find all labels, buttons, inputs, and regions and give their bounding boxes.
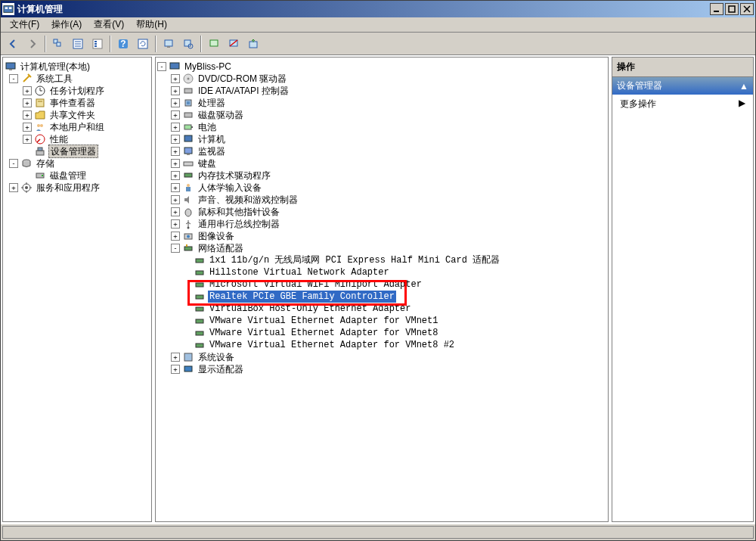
svg-rect-53 (184, 162, 193, 166)
collapse-icon[interactable]: - (9, 74, 18, 83)
dev-net6[interactable]: VMware Virtual Ethernet Adapter for VMne… (157, 315, 606, 327)
tree-performance[interactable]: +性能 (5, 133, 150, 145)
svg-rect-26 (6, 63, 15, 69)
dev-net8[interactable]: VMware Virtual Ethernet Adapter for VMne… (157, 339, 606, 351)
dev-net1[interactable]: 1x1 11b/g/n 无线局域网 PCI Express Half Mini … (157, 254, 606, 266)
enable-button[interactable] (205, 35, 223, 53)
dev-mouse[interactable]: +鼠标和其他指针设备 (157, 206, 606, 218)
more-actions-item[interactable]: 更多操作 ▶ (612, 95, 753, 113)
collapse-icon[interactable]: - (157, 62, 166, 71)
expand-icon[interactable]: + (171, 123, 180, 132)
expand-icon[interactable]: + (171, 183, 180, 192)
collapse-icon[interactable]: - (171, 244, 180, 253)
expand-icon[interactable]: + (171, 219, 180, 229)
dev-imaging[interactable]: +图像设备 (157, 230, 606, 242)
up-button[interactable] (49, 35, 67, 53)
dev-usb[interactable]: +通用串行总线控制器 (157, 218, 606, 230)
device-icon (34, 145, 46, 157)
expand-icon[interactable]: + (171, 147, 180, 156)
svg-point-58 (187, 227, 190, 229)
monitor-icon (182, 145, 194, 157)
refresh-button[interactable] (134, 35, 152, 53)
dev-dvd[interactable]: +DVD/CD-ROM 驱动器 (157, 73, 606, 85)
nic-icon (194, 254, 206, 266)
tree-diskmgmt[interactable]: 磁盘管理 (5, 169, 150, 182)
svg-rect-41 (170, 63, 179, 69)
dev-hid[interactable]: +人体学输入设备 (157, 182, 606, 194)
tree-localusers[interactable]: +本地用户和组 (5, 121, 150, 133)
menu-action[interactable]: 操作(A) (45, 17, 88, 33)
device-button[interactable] (160, 35, 178, 53)
expand-icon[interactable]: + (171, 171, 180, 180)
scan-button[interactable] (179, 35, 197, 53)
device-tree-pane[interactable]: -MyBliss-PC +DVD/CD-ROM 驱动器 +IDE ATA/ATA… (155, 57, 609, 522)
dev-sysdev[interactable]: +系统设备 (157, 351, 606, 363)
tree-eventviewer[interactable]: +事件查看器 (5, 97, 150, 109)
tree-systools[interactable]: -系统工具 (5, 73, 150, 85)
clock-icon (34, 85, 46, 97)
dev-net3[interactable]: Microsoft Virtual WiFi Miniport Adapter (157, 278, 606, 291)
uninstall-button[interactable] (225, 35, 243, 53)
dev-network[interactable]: -网络适配器 (157, 242, 606, 254)
expand-icon[interactable]: + (171, 110, 180, 120)
expand-icon[interactable]: + (171, 74, 180, 83)
expand-icon[interactable]: + (23, 98, 32, 107)
svg-rect-71 (184, 353, 192, 361)
left-tree-pane[interactable]: 计算机管理(本地) -系统工具 +任务计划程序 +事件查看器 +共享文件夹 +本… (2, 57, 152, 522)
dev-display[interactable]: +显示适配器 (157, 363, 606, 375)
dev-ide[interactable]: +IDE ATA/ATAPI 控制器 (157, 85, 606, 97)
dev-computer[interactable]: +计算机 (157, 133, 606, 145)
perf-icon (34, 133, 46, 145)
detail-button[interactable] (88, 35, 107, 53)
dev-net7[interactable]: VMware Virtual Ethernet Adapter for VMne… (157, 327, 606, 339)
menu-view[interactable]: 查看(V) (88, 17, 130, 33)
expand-icon[interactable]: + (23, 110, 32, 120)
actions-section[interactable]: 设备管理器 ▲ (612, 77, 753, 95)
expand-icon[interactable]: + (171, 365, 180, 374)
svg-rect-44 (184, 89, 192, 93)
back-button[interactable] (4, 35, 22, 53)
menu-help[interactable]: 帮助(H) (130, 17, 173, 33)
expand-icon[interactable]: + (9, 183, 18, 192)
dev-net4-selected[interactable]: Realtek PCIe GBE Family Controller (157, 291, 606, 303)
dev-monitor[interactable]: +监视器 (157, 145, 606, 157)
dev-memtech[interactable]: +内存技术驱动程序 (157, 169, 606, 182)
dev-disk[interactable]: +磁盘驱动器 (157, 109, 606, 121)
minimize-button[interactable] (710, 3, 723, 15)
expand-icon[interactable]: + (171, 232, 180, 241)
update-button[interactable] (244, 35, 262, 53)
dev-sound[interactable]: +声音、视频和游戏控制器 (157, 194, 606, 206)
expand-icon[interactable]: + (171, 159, 180, 168)
dev-battery[interactable]: +电池 (157, 121, 606, 133)
expand-icon[interactable]: + (23, 86, 32, 95)
expand-icon[interactable]: + (171, 86, 180, 95)
dev-keyboard[interactable]: +键盘 (157, 157, 606, 169)
tree-root[interactable]: 计算机管理(本地) (5, 61, 150, 73)
menu-file[interactable]: 文件(F) (4, 17, 45, 33)
props-button[interactable] (69, 35, 87, 53)
expand-icon[interactable]: + (171, 353, 180, 362)
tree-storage[interactable]: -存储 (5, 157, 150, 169)
forward-button[interactable] (23, 35, 42, 53)
tree-devicemgr[interactable]: 设备管理器 (5, 145, 150, 157)
actions-pane: 操作 设备管理器 ▲ 更多操作 ▶ (612, 57, 754, 522)
dev-net2[interactable]: Hillstone Virtual Network Adapter (157, 266, 606, 278)
close-button[interactable] (740, 3, 754, 15)
dev-cpu[interactable]: +处理器 (157, 97, 606, 109)
expand-icon[interactable]: + (171, 98, 180, 107)
expand-icon[interactable]: + (171, 195, 180, 204)
expand-icon[interactable]: + (23, 123, 32, 132)
help-button[interactable]: ? (114, 35, 132, 53)
dev-root[interactable]: -MyBliss-PC (157, 61, 606, 73)
tree-tasksched[interactable]: +任务计划程序 (5, 85, 150, 97)
svg-rect-12 (94, 41, 97, 42)
maximize-button[interactable] (725, 3, 739, 15)
expand-icon[interactable]: + (171, 135, 180, 144)
collapse-icon[interactable]: - (9, 159, 18, 168)
tree-services[interactable]: +服务和应用程序 (5, 182, 150, 194)
tree-shared[interactable]: +共享文件夹 (5, 109, 150, 121)
expand-icon[interactable]: + (23, 135, 32, 144)
expand-icon[interactable]: + (171, 207, 180, 216)
titlebar[interactable]: 计算机管理 (1, 1, 755, 17)
dev-net5[interactable]: VirtualBox Host-Only Ethernet Adapter (157, 303, 606, 315)
